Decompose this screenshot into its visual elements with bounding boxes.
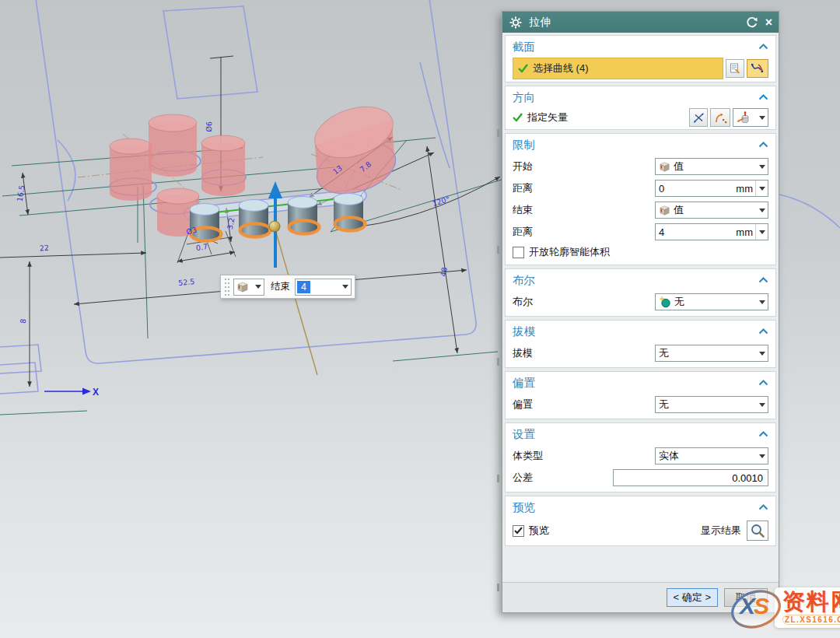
select-curve-field[interactable]: 选择曲线 (4) <box>513 58 723 79</box>
end-distance-value[interactable]: 4 <box>297 281 310 293</box>
boolean-group-header[interactable]: 布尔 <box>506 269 775 291</box>
svg-text:16.5: 16.5 <box>16 184 26 202</box>
face-normal-vector-dropdown[interactable] <box>733 108 768 127</box>
body-type-dropdown[interactable]: 实体 <box>655 447 768 464</box>
dropdown-button[interactable] <box>756 448 768 464</box>
group-title: 设置 <box>513 427 758 442</box>
start-mode-dropdown[interactable]: 值 <box>655 158 768 175</box>
end-distance-combo[interactable]: 4 <box>295 279 352 296</box>
value-cube-icon <box>236 281 249 293</box>
pink-cylinder <box>149 114 197 177</box>
section-group-header[interactable]: 截面 <box>506 36 775 58</box>
application-window: 16.5 22 52.5 8 Ø6 3.2 0.7 Ø3 13 7.8 120°… <box>0 0 840 638</box>
start-distance-value[interactable]: 0 <box>659 183 664 195</box>
end-mode-dropdown[interactable]: 值 <box>655 202 768 219</box>
end-mode-value: 值 <box>674 203 684 217</box>
boolean-dropdown[interactable]: 无 <box>655 293 768 310</box>
chevron-down-icon <box>255 285 261 289</box>
collapse-chevron-icon[interactable] <box>758 380 768 386</box>
sketch-section-button[interactable] <box>726 59 744 78</box>
chevron-down-icon <box>759 209 765 212</box>
gear-icon <box>509 16 523 30</box>
end-mode-dropdown[interactable] <box>233 279 264 296</box>
offset-label: 偏置 <box>513 398 655 412</box>
dropdown-button[interactable] <box>756 345 768 361</box>
group-title: 偏置 <box>513 376 758 391</box>
tolerance-input[interactable]: 0.0010 <box>613 469 768 486</box>
dialog-title: 拉伸 <box>529 16 745 30</box>
chevron-down-icon <box>759 300 765 304</box>
two-point-vector-button[interactable] <box>689 108 708 127</box>
svg-text:52.5: 52.5 <box>178 277 195 287</box>
close-button[interactable]: × <box>765 16 772 30</box>
unit-dropdown-button[interactable] <box>755 224 768 240</box>
chevron-down-icon <box>759 230 765 234</box>
direction-group-header[interactable]: 方向 <box>506 86 775 108</box>
collapse-chevron-icon[interactable] <box>758 504 768 510</box>
collapse-chevron-icon[interactable] <box>758 94 768 100</box>
draft-group-header[interactable]: 拔模 <box>506 321 775 342</box>
inferred-vector-button[interactable] <box>710 108 730 127</box>
settings-group: 设置 体类型 实体 公差 0.0010 <box>505 422 776 493</box>
svg-text:48: 48 <box>439 267 449 278</box>
preview-group-header[interactable]: 预览 <box>506 496 775 518</box>
group-title: 拔模 <box>513 324 758 339</box>
show-result-button[interactable] <box>747 521 768 541</box>
svg-text:0.7: 0.7 <box>195 242 208 252</box>
limits-group: 限制 开始 值 距离 0 <box>505 133 776 265</box>
tolerance-value[interactable]: 0.0010 <box>732 472 763 484</box>
two-point-vector-icon <box>692 111 705 124</box>
drag-ball-handle[interactable] <box>269 221 280 232</box>
unit-dropdown-button[interactable] <box>755 181 768 196</box>
collapse-chevron-icon[interactable] <box>758 277 768 283</box>
limits-group-header[interactable]: 限制 <box>506 134 775 156</box>
settings-group-header[interactable]: 设置 <box>506 423 775 445</box>
chevron-down-icon <box>759 403 765 407</box>
open-profile-checkbox[interactable] <box>513 247 524 258</box>
dialog-sash[interactable] <box>497 129 499 591</box>
curve-select-button[interactable] <box>747 59 768 78</box>
chevron-down-icon <box>759 187 765 191</box>
body-type-value: 实体 <box>659 449 679 463</box>
preview-group: 预览 预览 显示结果 <box>505 496 776 546</box>
show-result-label: 显示结果 <box>701 524 741 538</box>
collapse-chevron-icon[interactable] <box>758 328 768 335</box>
offset-group: 偏置 偏置 无 <box>505 371 776 419</box>
direction-group: 方向 指定矢量 <box>505 86 776 130</box>
offset-value: 无 <box>659 398 669 412</box>
watermark-logo: XS <box>728 580 784 636</box>
offset-dropdown[interactable]: 无 <box>655 396 768 413</box>
dropdown-button[interactable] <box>756 397 768 412</box>
grip-handle[interactable] <box>224 278 230 296</box>
collapse-chevron-icon[interactable] <box>758 44 768 50</box>
pink-cylinder <box>201 135 245 196</box>
boolean-value: 无 <box>674 295 684 309</box>
end-distance-input[interactable]: 4 mm <box>655 223 768 240</box>
svg-text:22: 22 <box>39 244 49 253</box>
body-type-label: 体类型 <box>513 449 655 463</box>
group-title: 布尔 <box>513 273 758 288</box>
dropdown-button[interactable] <box>756 202 768 218</box>
dialog-body: 截面 选择曲线 (4) <box>502 33 779 582</box>
offset-group-header[interactable]: 偏置 <box>506 372 775 394</box>
sketch-section-icon <box>729 62 741 75</box>
handle-stem <box>275 227 317 375</box>
magnifier-icon <box>750 523 765 538</box>
dropdown-button[interactable] <box>756 294 768 310</box>
draft-group: 拔模 拔模 无 <box>505 320 776 368</box>
start-distance-unit: mm <box>736 183 753 195</box>
ok-button[interactable]: < 确定 > <box>667 588 718 607</box>
end-distance-value[interactable]: 4 <box>659 226 664 238</box>
group-title: 预览 <box>513 500 758 515</box>
dialog-titlebar[interactable]: 拉伸 × <box>502 12 779 33</box>
on-screen-input-toolbar[interactable]: 结束 4 <box>220 275 355 299</box>
draft-dropdown[interactable]: 无 <box>655 345 768 362</box>
collapse-chevron-icon[interactable] <box>758 142 768 148</box>
dropdown-button[interactable] <box>756 159 768 174</box>
preview-checkbox[interactable] <box>513 525 524 537</box>
combo-dropdown-button[interactable] <box>339 279 351 295</box>
start-distance-input[interactable]: 0 mm <box>655 180 768 197</box>
collapse-chevron-icon[interactable] <box>758 431 768 437</box>
boolean-group: 布尔 布尔 无 <box>505 268 776 317</box>
reset-button[interactable] <box>745 16 759 30</box>
